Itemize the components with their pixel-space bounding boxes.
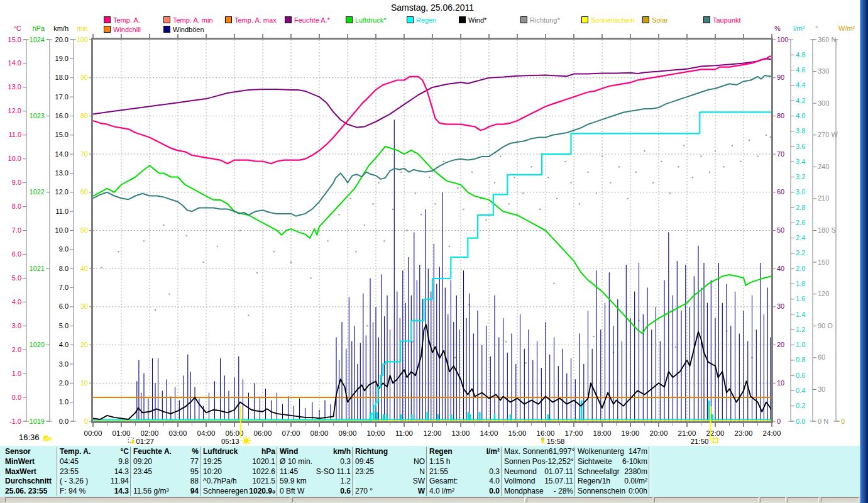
pressure-trend-suffix: ǝ [272, 489, 275, 495]
svg-text:20: 20 [80, 341, 88, 348]
table-col-regen: Regenl/m²1:15 h21:550.3Gesamt:4.04.0 l/m… [429, 447, 500, 496]
svg-text:10: 10 [777, 379, 784, 387]
table-row: Durchschnitt [5, 477, 55, 486]
svg-text:2.8: 2.8 [796, 204, 805, 211]
table-row: Windkm/h [280, 447, 351, 456]
table-cell: Regen [429, 447, 453, 456]
svg-text:1.4: 1.4 [796, 311, 805, 318]
svg-text:22:00: 22:00 [706, 429, 725, 437]
svg-text:8.0: 8.0 [12, 202, 21, 210]
svg-text:0.6: 0.6 [796, 372, 805, 379]
series-luftdruck [93, 146, 772, 333]
x-axis-labels: 00:0001:0002:0003:0004:0005:0006:0007:00… [84, 429, 781, 437]
svg-text:90: 90 [777, 74, 784, 81]
svg-text:60: 60 [818, 353, 825, 361]
plot-border-bottom [91, 421, 773, 423]
table-cell: 2380m [624, 467, 647, 477]
table-cell: Neumond [504, 467, 537, 477]
table-cell: km/h [333, 447, 351, 456]
svg-text:0.0: 0.0 [796, 417, 805, 425]
table-col-wind: Windkm/hØ 10 min.0.311:45S-SO 11.159.9 k… [280, 447, 351, 496]
table-divider [130, 447, 133, 496]
svg-text:4.8: 4.8 [796, 51, 805, 58]
table-row: 23:5514.3 [60, 467, 129, 477]
svg-text:11.0: 11.0 [55, 207, 69, 215]
table-cell: % [192, 447, 199, 456]
axis-lm2: 4.84.64.44.24.03.83.63.43.23.02.82.62.42… [788, 25, 805, 425]
svg-text:14:00: 14:00 [480, 429, 498, 437]
table-cell: 88 [190, 477, 199, 486]
status-panel-3 [527, 497, 652, 502]
svg-text:1022: 1022 [30, 188, 45, 196]
table-cell: Ø 10 min. [280, 457, 312, 467]
axis-min: 1009080706050403020100min [77, 25, 93, 425]
table-col-astro: Max. Sonnen61,997°Sonnen Pos-12,252°Neum… [504, 447, 573, 496]
svg-text:17.0: 17.0 [55, 93, 69, 101]
table-row: 09:45NO [355, 457, 425, 467]
table-divider [426, 447, 429, 496]
table-row: MaxWert [5, 467, 55, 477]
table-divider [277, 447, 279, 496]
svg-text:80: 80 [777, 112, 784, 119]
svg-text:120: 120 [818, 290, 829, 297]
svg-text:03:00: 03:00 [169, 429, 187, 437]
svg-text:15:00: 15:00 [508, 429, 527, 437]
svg-text:5.0: 5.0 [59, 322, 69, 329]
table-cell: - 28% [554, 487, 573, 496]
table-cell: W [418, 487, 425, 496]
svg-text:0.0: 0.0 [12, 394, 21, 401]
table-row: 09:2077 [133, 457, 199, 467]
svg-text:60: 60 [777, 188, 784, 196]
table-cell: ( - 3.26 ) [60, 477, 88, 486]
svg-text:09:00: 09:00 [339, 429, 357, 437]
svg-text:18:00: 18:00 [593, 429, 612, 437]
table-cell: N [419, 467, 425, 477]
sun-cloud-icon [41, 434, 53, 441]
svg-text:0: 0 [777, 417, 781, 425]
table-cell: 14.3 [114, 487, 129, 496]
table-cell: 01.07.11 [544, 467, 573, 477]
table-cell: 1021.5 [252, 477, 275, 486]
svg-text:07:00: 07:00 [282, 429, 300, 437]
svg-text:l/m²: l/m² [793, 25, 805, 32]
table-row: Schneefallgr2380m [578, 467, 647, 477]
table-row: 1:15 h [429, 457, 500, 467]
table-divider [574, 447, 577, 496]
table-cell: Feuchte A. [133, 447, 172, 456]
svg-text:3.2: 3.2 [796, 173, 805, 180]
table-cell: F: 94 % [60, 487, 85, 496]
svg-text:04:00: 04:00 [197, 429, 216, 437]
table-cell: 1:15 h [429, 457, 450, 467]
svg-text:40: 40 [777, 265, 784, 272]
svg-text:°C: °C [14, 25, 21, 32]
table-row: F: 94 %14.3 [60, 487, 129, 496]
svg-text:30: 30 [777, 302, 784, 310]
table-cell: 0.3 [489, 467, 500, 477]
table-row: 04:459.8 [60, 457, 129, 467]
table-cell: °C [121, 447, 129, 456]
table-cell: l/m² [486, 447, 500, 456]
svg-text:6.0: 6.0 [12, 250, 21, 258]
table-cell: 23:45 [133, 467, 152, 477]
svg-text:10.0: 10.0 [8, 155, 21, 162]
table-cell: 1020.9ǝ [249, 487, 275, 496]
sunrise-icon [241, 436, 251, 446]
table-row: Sonnen Pos-12,252° [504, 457, 573, 467]
moonrise-marker: 01:27 [128, 438, 154, 445]
table-row: Gesamt:4.0 [429, 477, 500, 486]
svg-text:12:00: 12:00 [424, 429, 442, 437]
svg-text:3.0: 3.0 [796, 188, 805, 196]
table-cell: 11.56 g/m³ [133, 487, 168, 496]
status-bar [0, 497, 860, 503]
svg-text:min: min [77, 25, 88, 32]
table-row: 88 [133, 477, 199, 486]
table-row: 10:201022.6 [203, 467, 275, 477]
svg-text:10.0: 10.0 [55, 226, 69, 234]
table-row: Sichtweite6-10km [578, 457, 647, 467]
table-col-sensor: SensorMinWertMaxWertDurchschnitt25.06. 2… [5, 447, 55, 496]
svg-text:0.2: 0.2 [796, 402, 805, 409]
table-row: 25.06. 23:55 [5, 487, 55, 496]
table-cell: Sichtweite [578, 457, 612, 467]
svg-text:06:00: 06:00 [254, 429, 272, 437]
table-cell: 19:25 [203, 457, 222, 467]
